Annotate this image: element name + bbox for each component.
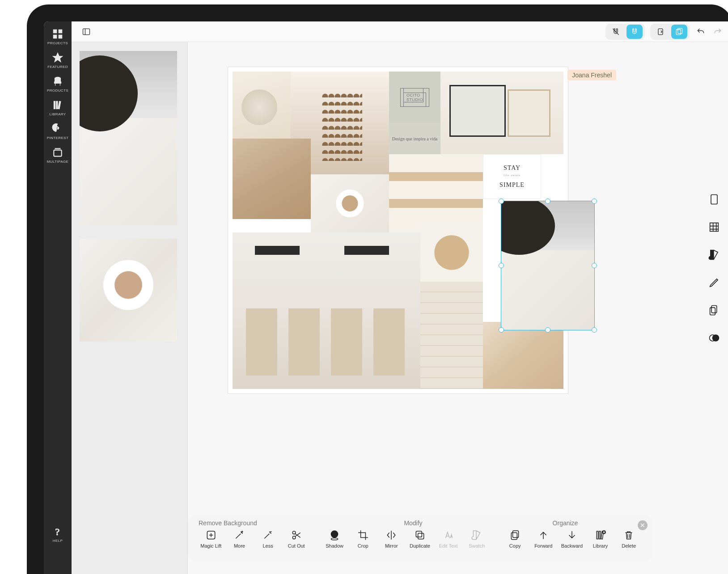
tool-label: Cut Out: [288, 543, 305, 549]
moodboard-image-kitchen[interactable]: [233, 232, 420, 389]
tool-backward[interactable]: Backward: [558, 528, 586, 549]
selected-object[interactable]: [501, 201, 595, 330]
toggle-sidebar-button[interactable]: [79, 25, 93, 39]
resize-handle-l[interactable]: [499, 263, 504, 268]
sidebar-item-multipage[interactable]: MULTIPAGE: [44, 146, 72, 164]
magnet-on-button[interactable]: [626, 25, 643, 39]
tool-label: Crop: [358, 543, 368, 549]
header-organize: Organize: [489, 519, 641, 527]
resize-handle-t[interactable]: [545, 198, 550, 204]
trash-icon: [623, 528, 635, 542]
redo-button[interactable]: [711, 25, 725, 39]
moodboard-image-shelves[interactable]: [389, 154, 483, 232]
tool-forward[interactable]: Forward: [529, 528, 558, 549]
sidebar-item-label: HELP: [53, 539, 63, 543]
sidebar-item-label: LIBRARY: [50, 112, 66, 116]
canvas[interactable]: OCITO STUDIO Design que inspira a vida S…: [188, 42, 728, 516]
right-tool-copy[interactable]: [706, 302, 722, 318]
sidebar-item-label: PRODUCTS: [47, 89, 68, 93]
right-tool-swatch[interactable]: [706, 247, 722, 263]
svg-text:?: ?: [55, 527, 60, 537]
right-tool-grid[interactable]: [706, 219, 722, 235]
tool-delete[interactable]: Delete: [614, 528, 643, 549]
resize-handle-tr[interactable]: [592, 198, 597, 204]
moodboard-image-board[interactable]: [420, 224, 483, 282]
tool-cut-out[interactable]: Cut Out: [282, 528, 311, 549]
svg-rect-0: [53, 30, 57, 33]
tool-duplicate[interactable]: Duplicate: [406, 528, 434, 549]
svg-rect-16: [710, 308, 715, 315]
magnet-off-button[interactable]: [608, 25, 624, 39]
sidebar-item-label: PINTEREST: [47, 136, 69, 140]
resize-handle-tl[interactable]: [499, 198, 504, 204]
undo-button[interactable]: [694, 25, 708, 39]
app-screen: PROJECTS FEATURED PRODUCTS LIBRARY: [44, 21, 728, 574]
sidebar-item-products[interactable]: PRODUCTS: [44, 75, 72, 93]
tool-magic-lift[interactable]: Magic Lift: [197, 528, 225, 549]
resize-handle-br[interactable]: [592, 327, 597, 333]
thumbnail-image-1[interactable]: [80, 51, 177, 225]
tool-more[interactable]: More: [225, 528, 254, 549]
moodboard-tile-logo[interactable]: OCITO STUDIO: [389, 72, 440, 123]
collaborator-name: Joana Freshel: [572, 72, 612, 79]
right-tool-pencil[interactable]: [706, 274, 722, 291]
arrow-up-icon: [538, 528, 549, 542]
moodboard-image-latte[interactable]: [311, 174, 389, 232]
wand-minus-icon: [262, 528, 274, 542]
tool-label: Forward: [534, 543, 552, 549]
resize-handle-bl[interactable]: [499, 327, 504, 333]
moodboard-image-coat[interactable]: [233, 139, 311, 219]
moodboard-tile-tagline[interactable]: Design que inspira a vida: [389, 123, 440, 154]
scissors-icon: [291, 528, 302, 542]
tool-shadow[interactable]: Shadow: [320, 528, 349, 549]
thumbnail-image-2[interactable]: [80, 239, 177, 342]
sidebar-item-label: PROJECTS: [47, 41, 68, 45]
selected-image-content[interactable]: [501, 201, 594, 330]
svg-rect-10: [83, 29, 90, 34]
bottom-toolbar: ✕ Remove Background Modify Organize Magi…: [188, 516, 652, 561]
shadow-icon: [329, 528, 340, 542]
tool-label: Shadow: [326, 543, 343, 549]
resize-handle-r[interactable]: [592, 263, 597, 268]
moodboard-image-chair[interactable]: [233, 72, 291, 139]
moodboard-image-stairs[interactable]: [420, 282, 483, 389]
pinterest-icon: [51, 122, 64, 135]
sidebar-item-projects[interactable]: PROJECTS: [44, 28, 72, 45]
moodboard-image-bag[interactable]: [483, 322, 563, 389]
right-tool-page[interactable]: [706, 191, 722, 207]
library-add-icon: [595, 528, 606, 542]
tool-mirror[interactable]: Mirror: [377, 528, 406, 549]
single-page-button[interactable]: [652, 25, 669, 39]
svg-rect-27: [511, 533, 517, 540]
left-sidebar: PROJECTS FEATURED PRODUCTS LIBRARY: [44, 21, 72, 574]
page-stack-icon: [51, 146, 64, 159]
sidebar-item-label: MULTIPAGE: [47, 160, 69, 164]
sidebar-item-library[interactable]: LIBRARY: [44, 99, 72, 116]
moodboard-tile-stay[interactable]: STAY life aware SIMPLE: [483, 154, 541, 199]
moodboard-image-artwall[interactable]: [440, 72, 563, 154]
tool-label: Duplicate: [410, 543, 430, 549]
page-mode-group: [650, 24, 690, 40]
sidebar-item-help[interactable]: ? HELP: [44, 525, 72, 543]
svg-rect-6: [56, 101, 58, 109]
svg-rect-12: [676, 30, 681, 35]
collaborator-tag[interactable]: Joana Freshel: [567, 70, 616, 80]
svg-rect-24: [416, 531, 422, 537]
multi-page-button[interactable]: [671, 25, 687, 39]
resize-handle-b[interactable]: [545, 327, 550, 333]
sidebar-item-pinterest[interactable]: PINTEREST: [44, 122, 72, 140]
sidebar-item-featured[interactable]: FEATURED: [44, 51, 72, 69]
svg-rect-3: [59, 35, 62, 38]
close-icon: ✕: [640, 522, 645, 529]
tool-label: More: [234, 543, 245, 549]
star-icon: [51, 51, 64, 64]
tool-crop[interactable]: Crop: [349, 528, 377, 549]
sidebar-item-label: FEATURED: [47, 65, 68, 69]
right-tool-mask[interactable]: [706, 330, 722, 346]
svg-marker-4: [53, 53, 63, 62]
thumbnail-panel: [72, 42, 188, 574]
close-toolbar-button[interactable]: ✕: [638, 520, 648, 530]
tool-less[interactable]: Less: [254, 528, 282, 549]
tool-copy[interactable]: Copy: [501, 528, 529, 549]
tool-library[interactable]: Library: [586, 528, 615, 549]
